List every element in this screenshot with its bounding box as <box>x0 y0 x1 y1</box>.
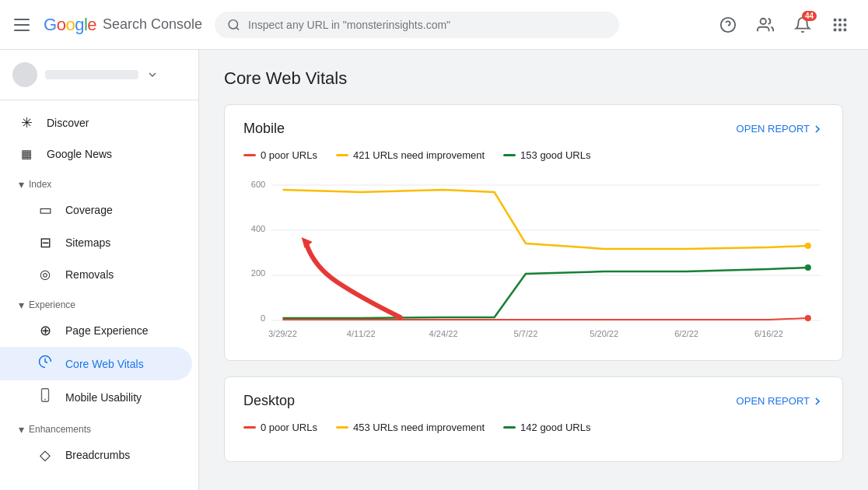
chevron-icon: ▾ <box>19 178 24 191</box>
account-button[interactable] <box>750 9 781 40</box>
hamburger-menu[interactable] <box>12 16 31 34</box>
desktop-card: Desktop OPEN REPORT 0 poor URLs 453 URLs… <box>224 376 843 462</box>
enhancements-section-header: ▾ Enhancements <box>0 417 198 439</box>
breadcrumbs-label: Breadcrumbs <box>65 449 130 461</box>
notification-count: 44 <box>802 11 817 21</box>
main-content: Core Web Vitals Mobile OPEN REPORT 0 poo… <box>199 50 868 490</box>
desktop-open-report-link[interactable]: OPEN REPORT <box>737 395 824 408</box>
svg-point-4 <box>761 18 766 23</box>
good-label: 153 good URLs <box>520 149 590 161</box>
top-header: Google Search Console 44 <box>0 0 868 50</box>
svg-text:6/16/22: 6/16/22 <box>754 329 783 338</box>
index-section-header: ▾ Index <box>0 172 198 194</box>
sitemaps-icon: ⊟ <box>37 234 53 251</box>
mobile-chart-svg: 600 400 200 0 3/29/22 4/11/22 4/24/22 5/… <box>243 173 824 345</box>
avatar <box>12 62 37 87</box>
people-icon <box>757 16 774 33</box>
svg-text:4/24/22: 4/24/22 <box>429 329 458 338</box>
mobile-chart: 600 400 200 0 3/29/22 4/11/22 4/24/22 5/… <box>243 173 824 345</box>
sitemaps-label: Sitemaps <box>65 236 110 249</box>
svg-text:3/29/22: 3/29/22 <box>268 329 297 338</box>
svg-text:600: 600 <box>251 180 265 189</box>
sidebar: ✳ Discover ▦ Google News ▾ Index ▭ Cover… <box>0 50 199 490</box>
svg-point-0 <box>229 19 237 28</box>
google-logo-text: Google <box>44 15 96 35</box>
svg-text:200: 200 <box>251 268 265 278</box>
sidebar-item-page-experience[interactable]: ⊕ Page Experience <box>0 314 192 347</box>
help-button[interactable] <box>712 9 744 40</box>
user-name-blurred <box>45 70 138 79</box>
poor-label: 0 poor URLs <box>261 149 317 161</box>
desktop-card-title: Desktop <box>243 393 295 409</box>
desktop-legend-good: 142 good URLs <box>503 422 590 433</box>
discover-label: Discover <box>47 117 89 129</box>
coverage-icon: ▭ <box>37 201 53 219</box>
header-actions: 44 <box>712 9 856 40</box>
svg-text:5/7/22: 5/7/22 <box>514 329 538 338</box>
mobile-card: Mobile OPEN REPORT 0 poor URLs 421 URLs … <box>224 104 843 361</box>
main-layout: ✳ Discover ▦ Google News ▾ Index ▭ Cover… <box>0 50 868 490</box>
breadcrumbs-icon: ◇ <box>37 446 53 464</box>
svg-rect-9 <box>838 23 842 26</box>
svg-rect-12 <box>838 28 842 31</box>
desktop-card-header: Desktop OPEN REPORT <box>243 393 824 409</box>
chevron-right-icon <box>811 123 824 135</box>
desktop-legend: 0 poor URLs 453 URLs need improvement 14… <box>243 422 824 433</box>
sidebar-item-coverage[interactable]: ▭ Coverage <box>0 194 192 226</box>
sidebar-item-mobile-usability[interactable]: Mobile Usability <box>0 380 192 414</box>
google-news-icon: ▦ <box>19 147 34 161</box>
page-experience-label: Page Experience <box>65 324 149 337</box>
experience-label: Experience <box>29 299 75 310</box>
svg-text:4/11/22: 4/11/22 <box>347 329 376 338</box>
svg-text:400: 400 <box>251 224 265 233</box>
enhancements-chevron-icon: ▾ <box>19 423 24 436</box>
svg-point-32 <box>805 264 811 271</box>
good-dot <box>503 154 516 156</box>
search-bar[interactable] <box>215 12 619 38</box>
desktop-legend-poor: 0 poor URLs <box>243 422 317 433</box>
search-input[interactable] <box>248 19 607 31</box>
google-news-label: Google News <box>47 148 112 160</box>
experience-section-header: ▾ Experience <box>0 292 198 314</box>
desktop-good-label: 142 good URLs <box>520 422 590 433</box>
svg-rect-6 <box>838 18 842 21</box>
sidebar-item-removals[interactable]: ◎ Removals <box>0 259 192 289</box>
sidebar-item-core-web-vitals[interactable]: Core Web Vitals <box>0 347 192 380</box>
experience-chevron-icon: ▾ <box>19 299 24 311</box>
sidebar-item-breadcrumbs[interactable]: ◇ Breadcrumbs <box>0 439 192 471</box>
sidebar-item-sitemaps[interactable]: ⊟ Sitemaps <box>0 226 192 259</box>
desktop-legend-needs-improvement: 453 URLs need improvement <box>336 422 485 433</box>
mobile-open-report-link[interactable]: OPEN REPORT <box>737 123 824 135</box>
page-experience-icon: ⊕ <box>37 322 53 339</box>
poor-dot <box>243 154 256 156</box>
desktop-poor-dot <box>243 426 256 429</box>
core-web-vitals-icon <box>37 355 53 373</box>
svg-text:5/20/22: 5/20/22 <box>590 329 618 338</box>
core-web-vitals-label: Core Web Vitals <box>65 358 144 370</box>
svg-rect-8 <box>834 23 837 26</box>
page-title: Core Web Vitals <box>224 68 843 89</box>
notifications-button[interactable]: 44 <box>787 9 818 40</box>
svg-point-31 <box>805 243 811 249</box>
apps-button[interactable] <box>824 9 856 40</box>
coverage-label: Coverage <box>65 204 113 216</box>
logo[interactable]: Google Search Console <box>44 15 202 35</box>
svg-text:0: 0 <box>261 313 265 323</box>
mobile-usability-label: Mobile Usability <box>65 391 142 404</box>
dropdown-icon[interactable] <box>146 68 159 81</box>
svg-rect-11 <box>834 28 837 31</box>
svg-rect-10 <box>844 23 847 26</box>
desktop-poor-label: 0 poor URLs <box>261 422 317 433</box>
product-name: Search Console <box>103 16 202 33</box>
svg-rect-13 <box>844 28 847 31</box>
sidebar-item-discover[interactable]: ✳ Discover <box>0 107 192 139</box>
sidebar-nav: ✳ Discover ▦ Google News ▾ Index ▭ Cover… <box>0 100 198 478</box>
sidebar-item-google-news[interactable]: ▦ Google News <box>0 139 192 169</box>
desktop-needs-improvement-dot <box>336 426 348 429</box>
mobile-legend: 0 poor URLs 421 URLs need improvement 15… <box>243 149 824 161</box>
index-label: Index <box>29 179 51 190</box>
legend-needs-improvement: 421 URLs need improvement <box>336 149 485 161</box>
svg-rect-5 <box>834 18 837 21</box>
removals-label: Removals <box>65 268 114 281</box>
svg-rect-7 <box>844 18 847 21</box>
